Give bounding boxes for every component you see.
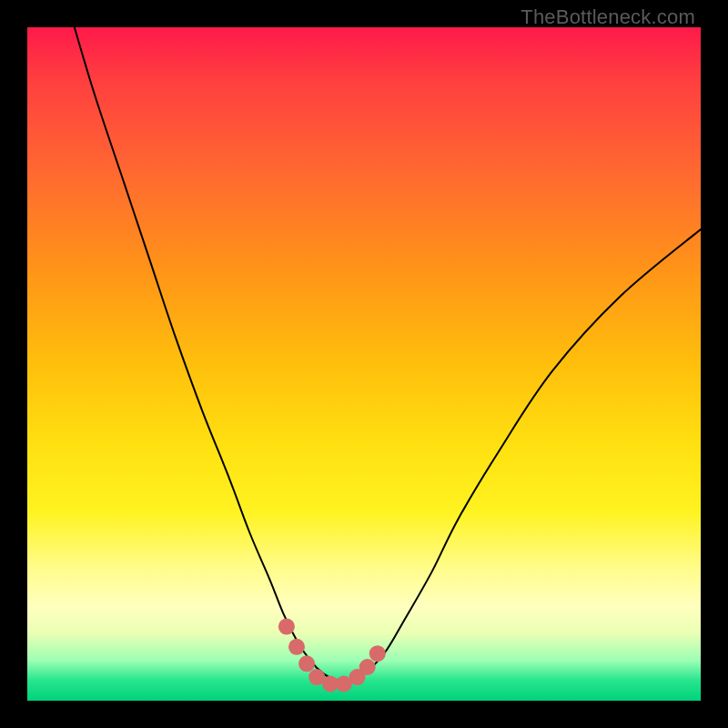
bottleneck-curve-path	[75, 27, 701, 682]
plot-area	[27, 27, 701, 701]
highlight-dot	[298, 655, 315, 672]
highlight-dot	[359, 659, 376, 675]
curve-svg	[27, 27, 701, 701]
highlight-dot	[288, 639, 305, 655]
watermark-text: TheBottleneck.com	[521, 5, 695, 29]
chart-frame: TheBottleneck.com	[0, 0, 728, 728]
highlight-dot	[369, 645, 386, 662]
highlight-dot	[278, 619, 295, 635]
highlight-dots-group	[278, 619, 386, 693]
